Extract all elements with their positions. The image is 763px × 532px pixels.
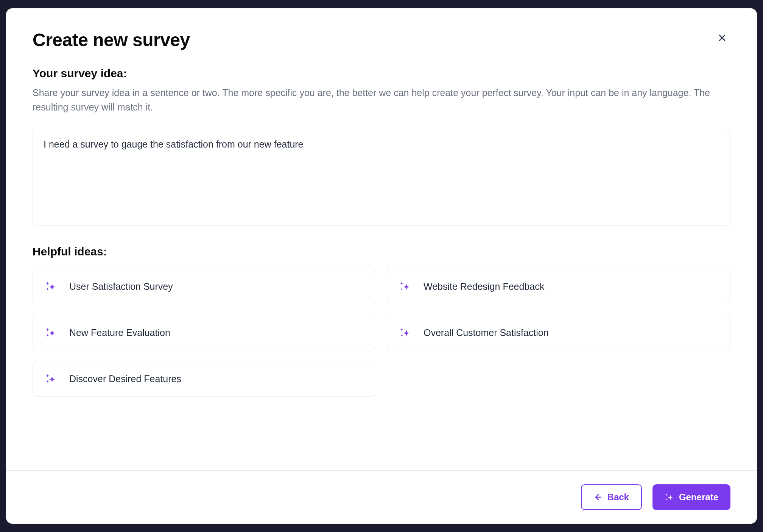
back-button[interactable]: Back: [581, 484, 642, 510]
close-button[interactable]: [714, 30, 730, 46]
idea-card-desired-features[interactable]: Discover Desired Features: [33, 361, 376, 397]
generate-button[interactable]: Generate: [652, 484, 730, 510]
sparkle-icon: [45, 280, 57, 292]
idea-card-user-satisfaction[interactable]: User Satisfaction Survey: [33, 269, 376, 304]
survey-idea-textarea[interactable]: [33, 128, 730, 226]
modal-body: Create new survey Your survey idea: Shar…: [6, 8, 757, 470]
idea-card-customer-satisfaction[interactable]: Overall Customer Satisfaction: [387, 315, 730, 350]
sparkle-icon: [399, 327, 411, 339]
idea-card-website-redesign[interactable]: Website Redesign Feedback: [387, 269, 730, 304]
modal-header: Create new survey: [33, 30, 730, 50]
sparkle-icon: [45, 327, 57, 339]
idea-section-description: Share your survey idea in a sentence or …: [33, 86, 730, 114]
helpful-section-label: Helpful ideas:: [33, 245, 730, 258]
idea-label: Discover Desired Features: [69, 373, 181, 384]
create-survey-modal: Create new survey Your survey idea: Shar…: [6, 8, 757, 524]
helpful-section: Helpful ideas: User Satisfaction Survey: [33, 245, 730, 397]
ideas-grid: User Satisfaction Survey Website Redesig…: [33, 269, 730, 397]
idea-label: New Feature Evaluation: [69, 327, 170, 338]
close-icon: [717, 33, 727, 43]
idea-card-new-feature[interactable]: New Feature Evaluation: [33, 315, 376, 350]
modal-title: Create new survey: [33, 30, 190, 50]
idea-section-label: Your survey idea:: [33, 67, 730, 80]
idea-label: Overall Customer Satisfaction: [424, 327, 549, 338]
generate-label: Generate: [679, 492, 718, 502]
idea-section: Your survey idea: Share your survey idea…: [33, 67, 730, 227]
arrow-left-icon: [594, 493, 603, 502]
idea-label: User Satisfaction Survey: [69, 281, 173, 292]
sparkle-icon: [45, 373, 57, 385]
idea-label: Website Redesign Feedback: [424, 281, 544, 292]
back-label: Back: [607, 492, 629, 502]
sparkle-icon: [399, 280, 411, 292]
sparkle-icon: [665, 492, 674, 502]
modal-footer: Back Generate: [6, 470, 757, 524]
